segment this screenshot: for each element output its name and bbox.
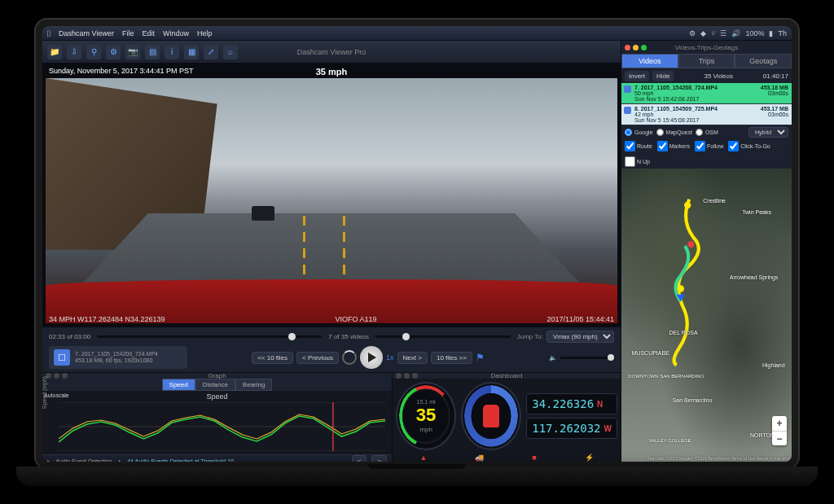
play-button[interactable] bbox=[360, 346, 383, 369]
file-thumb-icon: ☐ bbox=[54, 349, 70, 366]
map-zoom-in[interactable]: + bbox=[772, 416, 787, 431]
graph-panel: Graph Speed Distance Bearing Autoscale S… bbox=[42, 373, 393, 462]
map-attribution: Map data ©2021 Imagery ©2021 TerraMetric… bbox=[647, 456, 791, 461]
speed-chart bbox=[59, 402, 385, 451]
total-duration: 01:40:17 bbox=[763, 72, 788, 80]
aed-toggle[interactable]: ▸ bbox=[47, 458, 50, 462]
gps-icon[interactable]: ⚲ bbox=[86, 45, 101, 59]
status-icon[interactable]: ⚙ bbox=[689, 29, 696, 37]
list-icon[interactable]: ▤ bbox=[145, 45, 160, 59]
fullscreen-icon[interactable]: ⤢ bbox=[204, 45, 218, 59]
dash-icon-2[interactable]: 🚚 bbox=[475, 454, 484, 462]
apple-icon[interactable]:  bbox=[47, 28, 50, 38]
aed-next[interactable]: > bbox=[371, 455, 387, 462]
elapsed-time: 02:33 of 03:00 bbox=[49, 333, 90, 340]
speedometer: 15.1 mi 35 mph bbox=[396, 382, 456, 450]
checkbox-icon[interactable] bbox=[624, 107, 631, 114]
app-name[interactable]: Dashcam Viewer bbox=[59, 29, 114, 37]
video-item[interactable]: 8. 2017_1105_154509_725.MP4453.17 MB 42 … bbox=[621, 104, 792, 125]
video-viewport[interactable]: Sunday, November 5, 2017 3:44:41 PM PST … bbox=[42, 64, 621, 327]
map-provider-osm[interactable] bbox=[696, 129, 703, 136]
dropbox-icon[interactable]: ◆ bbox=[700, 29, 706, 37]
camera-icon[interactable]: 📷 bbox=[125, 45, 140, 59]
volume-icon[interactable]: 🔊 bbox=[731, 29, 740, 37]
seek-slider[interactable] bbox=[97, 335, 322, 338]
opt-markers[interactable] bbox=[657, 141, 668, 151]
grid-icon[interactable]: ▦ bbox=[184, 45, 199, 59]
aed-prev[interactable]: < bbox=[352, 455, 367, 462]
forward-10-button[interactable]: 10 files >> bbox=[431, 352, 472, 364]
settings-icon[interactable]: ⚙ bbox=[106, 45, 121, 59]
wifi-icon[interactable]: ☰ bbox=[720, 29, 726, 37]
video-timestamp: Sunday, November 5, 2017 3:44:41 PM PST bbox=[49, 67, 193, 75]
map-place: Arrowhead Springs bbox=[730, 274, 779, 280]
odometer: 15.1 mi bbox=[417, 399, 436, 405]
map-place: San Bernardino bbox=[673, 397, 713, 403]
video-datetime-overlay: 2017/11/05 15:44:41 bbox=[546, 315, 614, 323]
invert-button[interactable]: Invert bbox=[625, 71, 649, 81]
dash-icon-3[interactable]: ■ bbox=[532, 454, 536, 462]
menu-window[interactable]: Window bbox=[163, 29, 189, 37]
tab-distance[interactable]: Distance bbox=[195, 379, 235, 391]
tab-bearing[interactable]: Bearing bbox=[235, 379, 273, 391]
battery-icon[interactable]: ▮ bbox=[769, 29, 773, 37]
dash-icon-4[interactable]: ⚡ bbox=[585, 454, 594, 462]
car-icon bbox=[483, 405, 499, 427]
map-provider-mapquest[interactable] bbox=[656, 129, 664, 136]
mute-icon[interactable]: 🔈 bbox=[549, 354, 557, 362]
file-meta: 453.18 MB, 60 fps, 1920x1080 bbox=[75, 357, 158, 364]
playlist-slider[interactable] bbox=[375, 335, 511, 338]
playback-controls: 02:33 of 03:00 7 of 35 videos Jump To: V… bbox=[42, 327, 621, 372]
file-name: 7. 2017_1105_154208_724.MP4 bbox=[75, 351, 158, 357]
battery-pct: 100% bbox=[745, 29, 764, 37]
map-place: Crestline bbox=[703, 198, 726, 204]
menu-file[interactable]: File bbox=[122, 29, 134, 37]
tab-speed[interactable]: Speed bbox=[162, 379, 195, 391]
map-type-select[interactable]: Hybrid bbox=[748, 127, 788, 138]
jump-select[interactable]: Vmax (90 mph) bbox=[546, 331, 614, 343]
next-button[interactable]: Next > bbox=[397, 352, 428, 364]
rate-label[interactable]: 1x bbox=[386, 353, 394, 362]
opt-click[interactable] bbox=[728, 141, 739, 151]
opt-route[interactable] bbox=[625, 141, 635, 151]
map-zoom-out[interactable]: − bbox=[772, 431, 787, 445]
video-count: 35 Videos bbox=[677, 72, 759, 80]
menu-edit[interactable]: Edit bbox=[142, 29, 155, 37]
opt-nup[interactable] bbox=[625, 156, 635, 167]
video-speed: 35 mph bbox=[42, 67, 621, 77]
toolbar: 📁 ⇩ ⚲ ⚙ 📷 ▤ i ▦ ⤢ ⌕ Dashcam Viewer Pro bbox=[42, 41, 621, 64]
search-icon[interactable]: ⌕ bbox=[223, 45, 238, 59]
current-file-card[interactable]: ☐ 7. 2017_1105_154208_724.MP4 453.18 MB,… bbox=[49, 346, 187, 369]
sidebar: Videos-Trips-Geotags Videos Trips Geotag… bbox=[621, 41, 792, 462]
loading-icon bbox=[342, 350, 357, 365]
video-item[interactable]: 7. 2017_1105_154208_724.MP4453.18 MB 50 … bbox=[621, 83, 792, 104]
video-list: 7. 2017_1105_154208_724.MP4453.18 MB 50 … bbox=[621, 83, 792, 125]
aed-message: 44 Audio Events Detected at Threshold 10 bbox=[127, 458, 346, 462]
clock[interactable]: Th bbox=[778, 29, 787, 37]
tab-trips[interactable]: Trips bbox=[678, 54, 735, 68]
hide-button[interactable]: Hide bbox=[652, 71, 674, 81]
map-view[interactable]: Crestline Twin Peaks Arrowhead Springs D… bbox=[621, 169, 792, 462]
menu-help[interactable]: Help bbox=[197, 29, 213, 37]
dash-icon-1[interactable]: ▲ bbox=[419, 454, 427, 462]
map-place: Twin Peaks bbox=[742, 209, 771, 215]
longitude-display: 117.262032W bbox=[526, 418, 617, 439]
map-place: NORTON bbox=[750, 432, 775, 438]
chart-title: Speed bbox=[42, 392, 392, 401]
checkbox-icon[interactable] bbox=[624, 85, 631, 93]
opt-follow[interactable] bbox=[695, 141, 705, 151]
back-10-button[interactable]: << 10 files bbox=[252, 352, 293, 364]
previous-button[interactable]: < Previous bbox=[296, 352, 339, 364]
map-place: VALLEY COLLEGE bbox=[648, 438, 691, 443]
video-gps-overlay: 34 MPH W117.262484 N34.226139 bbox=[49, 315, 165, 323]
location-pin-icon[interactable]: ⚑ bbox=[476, 352, 485, 363]
export-icon[interactable]: ⇩ bbox=[67, 45, 81, 59]
volume-slider[interactable] bbox=[560, 357, 614, 359]
bluetooth-icon[interactable]: ⑂ bbox=[711, 29, 715, 37]
map-provider-google[interactable] bbox=[625, 129, 632, 136]
tab-videos[interactable]: Videos bbox=[621, 54, 678, 68]
info-icon[interactable]: i bbox=[165, 45, 179, 59]
open-icon[interactable]: 📁 bbox=[47, 45, 62, 59]
compass bbox=[461, 382, 521, 450]
tab-geotags[interactable]: Geotags bbox=[735, 54, 792, 68]
